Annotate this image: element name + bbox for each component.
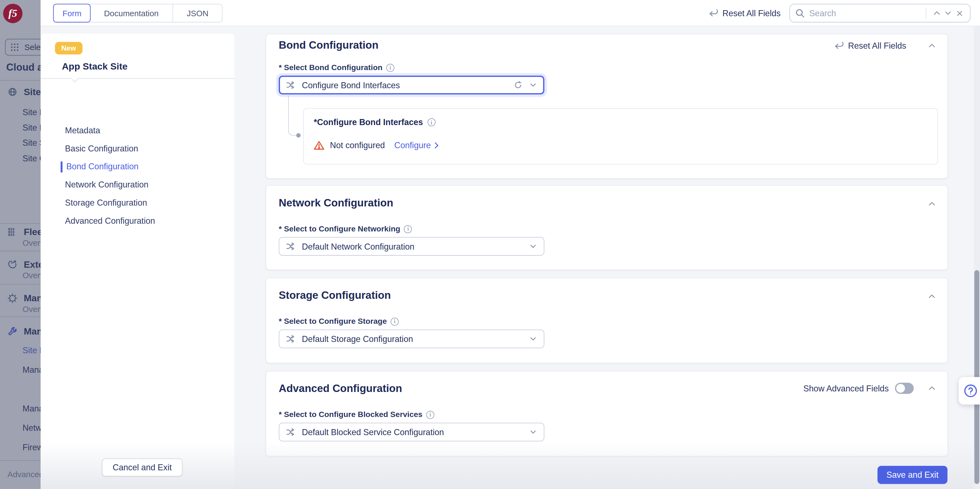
fleet-icon	[7, 227, 17, 237]
info-icon[interactable]: i	[391, 317, 399, 325]
view-tabgroup: Form Documentation JSON	[53, 4, 223, 22]
storage-select[interactable]: Default Storage Configuration	[279, 330, 544, 348]
tab-json[interactable]: JSON	[173, 5, 222, 22]
tree-connector-dot	[296, 133, 301, 138]
sidebar-divider	[0, 460, 41, 461]
wizard-nav-advanced-configuration[interactable]: Advanced Configuration	[65, 216, 155, 226]
sidebar-group-fleet[interactable]: Flee	[0, 226, 41, 237]
collapse-section-icon[interactable]	[928, 292, 936, 301]
sidebar-group-subtitle[interactable]: Overv	[22, 238, 41, 248]
reset-all-fields-label: Reset All Fields	[722, 8, 781, 18]
warning-icon	[314, 140, 325, 151]
undo-icon	[708, 8, 718, 18]
workspace-title: Cloud a	[6, 62, 41, 73]
form-content: Bond Configuration Reset All Fields * Se…	[234, 26, 980, 489]
sidebar-group-subtitle[interactable]: Overv	[22, 271, 41, 280]
tab-form[interactable]: Form	[53, 4, 91, 22]
sidebar-item-site[interactable]: Site C	[22, 154, 41, 163]
shuffle-icon	[286, 241, 296, 251]
search-divider	[926, 8, 926, 19]
search-input[interactable]	[810, 8, 921, 18]
field-label-text: * Select Bond Configuration	[279, 63, 383, 72]
toggle-knob	[896, 384, 905, 393]
sidebar-item-manage[interactable]: Mana	[22, 404, 41, 413]
bond-configuration-select[interactable]: Configure Bond Interfaces	[279, 76, 544, 94]
configure-link[interactable]: Configure	[394, 141, 441, 150]
select-service-box[interactable]: Sele	[5, 39, 41, 56]
sidebar-item-network[interactable]: Netw	[22, 423, 41, 433]
sidebar-group-manage[interactable]: Man	[0, 326, 41, 336]
tree-connector	[288, 96, 298, 136]
tab-documentation[interactable]: Documentation	[90, 5, 173, 22]
select-value: Default Network Configuration	[302, 242, 523, 251]
chevron-down-icon[interactable]	[528, 81, 538, 89]
cancel-and-exit-button[interactable]: Cancel and Exit	[102, 458, 183, 476]
chevron-down-icon[interactable]	[528, 334, 538, 343]
search-prev-button[interactable]	[931, 8, 942, 19]
sidebar-item-manage[interactable]: Mana	[22, 365, 41, 374]
search-next-button[interactable]	[942, 8, 954, 19]
wizard-nav-basic-configuration[interactable]: Basic Configuration	[65, 144, 138, 154]
blocked-services-select[interactable]: Default Blocked Service Configuration	[279, 423, 544, 441]
sidebar-item-site-management[interactable]: Site I	[22, 346, 41, 355]
networking-select[interactable]: Default Network Configuration	[279, 237, 544, 256]
sidebar-group-external[interactable]: Exte	[0, 259, 41, 270]
wrench-icon	[7, 326, 17, 336]
sidebar-divider	[0, 316, 41, 317]
search-icon	[795, 8, 805, 18]
sidebar-divider	[0, 223, 41, 224]
field-label: * Select Bond Configuration i	[279, 63, 395, 72]
wizard-nav-metadata[interactable]: Metadata	[65, 126, 100, 135]
info-icon[interactable]: i	[386, 64, 395, 72]
sidebar-group-sites[interactable]: Sites	[0, 86, 41, 97]
question-icon	[963, 383, 978, 398]
sidebar-group-label: Exte	[24, 259, 40, 270]
wizard-nav-network-configuration[interactable]: Network Configuration	[65, 180, 149, 190]
wizard-nav-storage-configuration[interactable]: Storage Configuration	[65, 198, 147, 208]
refresh-icon[interactable]	[514, 81, 523, 89]
info-icon[interactable]: i	[426, 410, 434, 419]
search-box	[789, 4, 970, 22]
nested-field-label-text: *Configure Bond Interfaces	[314, 118, 423, 127]
app-sidebar: Sele Cloud a Sites Site I Site I Site S …	[0, 0, 41, 489]
collapse-section-icon[interactable]	[928, 384, 936, 393]
collapse-section-icon[interactable]	[928, 199, 936, 209]
search-close-button[interactable]	[954, 8, 965, 19]
sidebar-group-subtitle[interactable]: Overv	[22, 304, 41, 314]
info-icon[interactable]: i	[427, 118, 436, 126]
help-button[interactable]	[959, 377, 980, 405]
sidebar-item-site[interactable]: Site I	[22, 123, 41, 132]
sidebar-group-label: Flee	[24, 226, 40, 237]
wizard-divider	[41, 78, 234, 79]
chevron-down-icon	[944, 9, 953, 18]
f5-logo[interactable]: f5	[3, 4, 22, 23]
wizard-nav-bond-configuration[interactable]: Bond Configuration	[66, 162, 138, 172]
chevron-down-icon[interactable]	[528, 428, 538, 436]
sidebar-item-firewall[interactable]: Firew	[22, 443, 41, 452]
sidebar-advanced-label[interactable]: Advanced	[7, 470, 41, 479]
reset-all-fields-button[interactable]: Reset All Fields	[708, 8, 781, 18]
section-title: Network Configuration	[279, 197, 393, 209]
grid-icon	[10, 43, 19, 52]
globe-icon	[7, 87, 17, 97]
undo-icon	[834, 41, 843, 51]
select-service-label: Sele	[24, 43, 41, 52]
close-icon	[955, 9, 964, 18]
sidebar-group-managed-k8s[interactable]: Man	[0, 293, 41, 303]
chevron-up-icon	[932, 9, 941, 18]
shuffle-icon	[286, 334, 296, 344]
info-icon[interactable]: i	[404, 225, 412, 233]
screen: Sele Cloud a Sites Site I Site I Site S …	[0, 0, 980, 489]
show-advanced-fields-toggle[interactable]	[895, 382, 914, 394]
section-storage-configuration: Storage Configuration * Select to Config…	[266, 278, 948, 363]
section-reset-all-fields-button[interactable]: Reset All Fields	[834, 41, 906, 51]
wizard-divider-notch	[71, 75, 79, 83]
sidebar-item-site[interactable]: Site S	[22, 138, 41, 148]
save-and-exit-button[interactable]: Save and Exit	[878, 466, 948, 484]
sidebar-divider	[0, 80, 41, 81]
sidebar-item-site[interactable]: Site I	[22, 107, 41, 117]
sidebar-divider	[0, 284, 41, 285]
shuffle-icon	[286, 80, 296, 90]
collapse-section-icon[interactable]	[928, 41, 936, 50]
chevron-down-icon[interactable]	[528, 242, 538, 251]
